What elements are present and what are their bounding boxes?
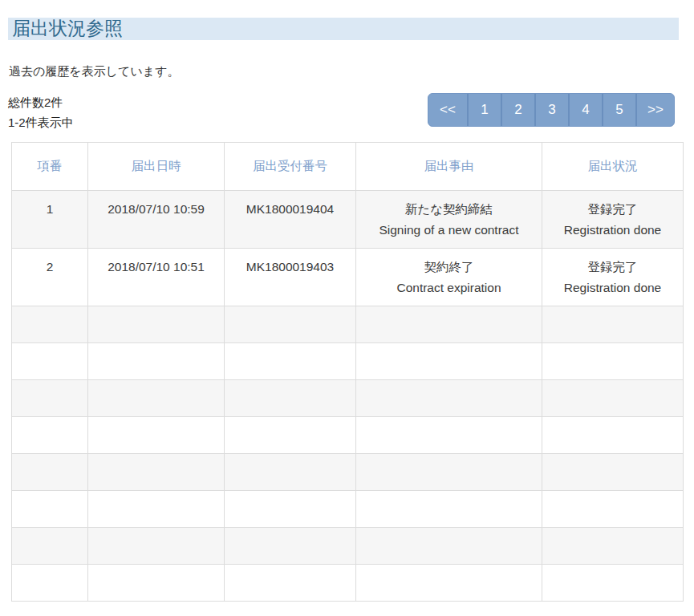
cell-receipt-number-text: MK1800019404 xyxy=(228,199,352,220)
prev-page-button[interactable]: << xyxy=(428,94,467,126)
empty-cell xyxy=(12,454,88,491)
empty-cell xyxy=(356,343,542,380)
empty-cell xyxy=(225,306,356,343)
column-header-status: 届出状況 xyxy=(542,143,684,191)
empty-cell xyxy=(88,306,225,343)
cell-reason-text: Signing of a new contract xyxy=(359,220,538,241)
empty-cell xyxy=(225,528,356,565)
page-1-button[interactable]: 1 xyxy=(467,94,501,126)
empty-cell xyxy=(225,343,356,380)
empty-cell xyxy=(542,417,684,454)
column-header-index: 項番 xyxy=(12,143,88,191)
cell-index: 1 xyxy=(12,191,88,249)
cell-status-text: Registration done xyxy=(546,220,680,241)
table-row-empty xyxy=(12,565,684,602)
cell-reason: 契約終了Contract expiration xyxy=(356,249,542,306)
cell-datetime-text: 2018/07/10 10:51 xyxy=(91,257,221,278)
table-row: 22018/07/10 10:51MK1800019403契約終了Contrac… xyxy=(12,249,684,306)
display-range-text: 1-2件表示中 xyxy=(8,112,74,132)
cell-index-text: 1 xyxy=(15,199,84,220)
empty-cell xyxy=(88,417,225,454)
cell-reason-text: 契約終了 xyxy=(359,257,538,278)
cell-reason: 新たな契約締結Signing of a new contract xyxy=(356,191,542,249)
cell-status-text: Registration done xyxy=(546,278,680,298)
empty-cell xyxy=(225,565,356,602)
table-body: 12018/07/10 10:59MK1800019404新たな契約締結Sign… xyxy=(12,191,684,602)
empty-cell xyxy=(356,565,542,602)
empty-cell xyxy=(225,380,356,417)
empty-cell xyxy=(542,454,684,491)
empty-cell xyxy=(356,454,542,491)
table-row-empty xyxy=(12,491,684,528)
column-header-receipt-number: 届出受付番号 xyxy=(225,143,356,191)
cell-index-text: 2 xyxy=(15,257,84,278)
notification-status-page: 届出状況参照 過去の履歴を表示しています。 総件数2件 1-2件表示中 <<12… xyxy=(0,0,694,616)
cell-reason-text: Contract expiration xyxy=(359,278,538,298)
cell-receipt-number: MK1800019404 xyxy=(225,191,356,249)
table-row-empty xyxy=(12,454,684,491)
notification-table: 項番届出日時届出受付番号届出事由届出状況 12018/07/10 10:59MK… xyxy=(11,142,684,602)
empty-cell xyxy=(356,417,542,454)
table-row-empty xyxy=(12,306,684,343)
empty-cell xyxy=(12,343,88,380)
empty-cell xyxy=(225,491,356,528)
column-header-reason: 届出事由 xyxy=(356,143,542,191)
cell-datetime: 2018/07/10 10:51 xyxy=(88,249,225,306)
empty-cell xyxy=(542,491,684,528)
cell-receipt-number-text: MK1800019403 xyxy=(228,257,352,278)
empty-cell xyxy=(12,491,88,528)
cell-index: 2 xyxy=(12,249,88,306)
table-row-empty xyxy=(12,417,684,454)
cell-status: 登録完了Registration done xyxy=(542,249,684,306)
empty-cell xyxy=(12,417,88,454)
table-row-empty xyxy=(12,343,684,380)
page-4-button[interactable]: 4 xyxy=(568,94,602,126)
empty-cell xyxy=(225,454,356,491)
empty-cell xyxy=(542,306,684,343)
empty-cell xyxy=(542,565,684,602)
cell-status: 登録完了Registration done xyxy=(542,191,684,249)
empty-cell xyxy=(88,343,225,380)
page-2-button[interactable]: 2 xyxy=(501,94,534,126)
result-counts: 総件数2件 1-2件表示中 xyxy=(8,92,74,132)
table-row-empty xyxy=(12,528,684,565)
cell-status-text: 登録完了 xyxy=(546,199,680,220)
cell-reason-text: 新たな契約締結 xyxy=(359,199,538,220)
page-3-button[interactable]: 3 xyxy=(534,94,568,126)
table-row-empty xyxy=(12,380,684,417)
pagination: <<12345>> xyxy=(428,93,675,127)
empty-cell xyxy=(88,528,225,565)
empty-cell xyxy=(356,306,542,343)
total-count-text: 総件数2件 xyxy=(8,92,74,112)
table-row: 12018/07/10 10:59MK1800019404新たな契約締結Sign… xyxy=(12,191,684,249)
empty-cell xyxy=(12,306,88,343)
empty-cell xyxy=(88,565,225,602)
empty-cell xyxy=(88,454,225,491)
empty-cell xyxy=(542,380,684,417)
empty-cell xyxy=(542,343,684,380)
empty-cell xyxy=(88,491,225,528)
empty-cell xyxy=(542,528,684,565)
empty-cell xyxy=(356,491,542,528)
empty-cell xyxy=(356,380,542,417)
empty-cell xyxy=(225,417,356,454)
column-header-datetime: 届出日時 xyxy=(88,143,225,191)
empty-cell xyxy=(12,565,88,602)
empty-cell xyxy=(88,380,225,417)
page-title: 届出状況参照 xyxy=(8,18,679,40)
table-header-row: 項番届出日時届出受付番号届出事由届出状況 xyxy=(12,143,684,191)
empty-cell xyxy=(12,528,88,565)
cell-datetime-text: 2018/07/10 10:59 xyxy=(91,199,221,220)
next-page-button[interactable]: >> xyxy=(635,94,674,126)
page-5-button[interactable]: 5 xyxy=(602,94,635,126)
info-row: 総件数2件 1-2件表示中 <<12345>> xyxy=(8,92,675,132)
description-text: 過去の履歴を表示しています。 xyxy=(9,64,694,79)
empty-cell xyxy=(12,380,88,417)
cell-datetime: 2018/07/10 10:59 xyxy=(88,191,225,249)
empty-cell xyxy=(356,528,542,565)
cell-status-text: 登録完了 xyxy=(546,257,680,278)
cell-receipt-number: MK1800019403 xyxy=(225,249,356,306)
